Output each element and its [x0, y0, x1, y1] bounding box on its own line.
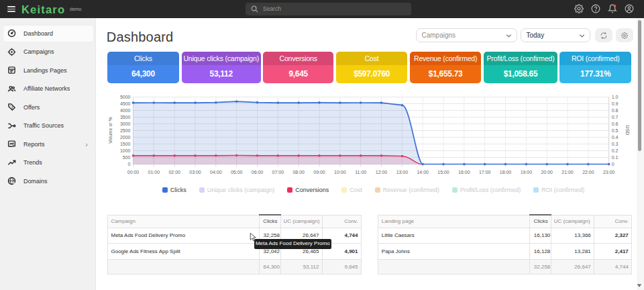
- svg-text:04:00: 04:00: [210, 170, 222, 175]
- svg-text:5000: 5000: [120, 95, 131, 99]
- svg-text:21:00: 21:00: [561, 170, 574, 175]
- svg-text:1000: 1000: [120, 148, 131, 153]
- svg-text:1.0: 1.0: [612, 95, 619, 99]
- svg-text:18:00: 18:00: [500, 170, 512, 175]
- svg-text:13:00: 13:00: [396, 170, 409, 175]
- svg-text:22:00: 22:00: [582, 170, 594, 175]
- svg-text:0.1: 0.1: [612, 155, 619, 160]
- svg-text:0.3: 0.3: [612, 142, 619, 146]
- svg-text:06:00: 06:00: [252, 170, 264, 175]
- svg-text:1500: 1500: [120, 142, 131, 146]
- svg-text:0.2: 0.2: [612, 148, 619, 153]
- svg-text:0: 0: [128, 162, 131, 166]
- svg-text:23:00: 23:00: [603, 170, 615, 175]
- svg-text:USD: USD: [625, 126, 630, 136]
- svg-text:4500: 4500: [120, 101, 131, 106]
- svg-text:0.7: 0.7: [612, 115, 619, 119]
- svg-text:2000: 2000: [120, 135, 131, 140]
- svg-text:20:00: 20:00: [541, 170, 553, 175]
- svg-text:05:00: 05:00: [231, 170, 243, 175]
- svg-text:500: 500: [123, 155, 131, 160]
- svg-text:15:00: 15:00: [437, 170, 449, 175]
- svg-text:0: 0: [612, 162, 614, 166]
- svg-text:01:00: 01:00: [148, 170, 160, 175]
- svg-text:3500: 3500: [120, 115, 131, 119]
- svg-text:19:00: 19:00: [521, 170, 533, 175]
- svg-text:17:00: 17:00: [479, 170, 491, 175]
- svg-text:02:00: 02:00: [168, 170, 180, 175]
- svg-text:3000: 3000: [120, 122, 131, 126]
- svg-text:10:00: 10:00: [334, 170, 346, 175]
- svg-text:11:00: 11:00: [355, 170, 366, 175]
- svg-text:0.8: 0.8: [612, 108, 619, 113]
- svg-text:14:00: 14:00: [417, 170, 429, 175]
- svg-text:0.4: 0.4: [612, 135, 619, 140]
- svg-text:03:00: 03:00: [189, 170, 201, 175]
- svg-text:00:00: 00:00: [127, 170, 140, 175]
- svg-text:0.5: 0.5: [612, 128, 619, 133]
- svg-text:4000: 4000: [120, 108, 131, 113]
- svg-text:0.9: 0.9: [612, 101, 619, 106]
- svg-text:2500: 2500: [120, 128, 131, 133]
- svg-text:09:00: 09:00: [313, 170, 325, 175]
- svg-text:12:00: 12:00: [376, 170, 388, 175]
- svg-text:16:00: 16:00: [458, 170, 470, 175]
- svg-text:08:00: 08:00: [292, 170, 305, 175]
- svg-text:07:00: 07:00: [272, 170, 284, 175]
- svg-text:0.6: 0.6: [612, 122, 619, 126]
- svg-text:Volume or %: Volume or %: [108, 117, 113, 144]
